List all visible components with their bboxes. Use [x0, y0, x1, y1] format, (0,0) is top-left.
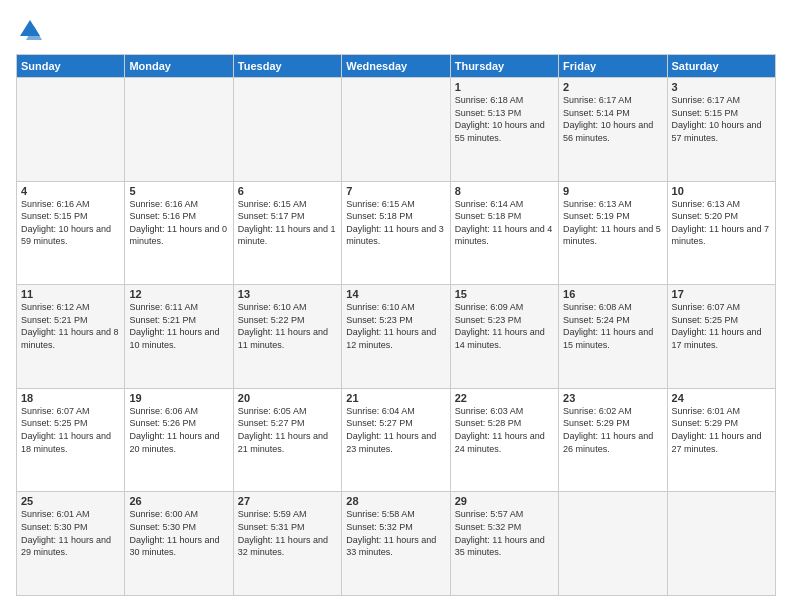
day-info: Sunrise: 6:15 AM Sunset: 5:17 PM Dayligh…: [238, 198, 337, 248]
day-info: Sunrise: 5:58 AM Sunset: 5:32 PM Dayligh…: [346, 508, 445, 558]
calendar-week-5: 25Sunrise: 6:01 AM Sunset: 5:30 PM Dayli…: [17, 492, 776, 596]
day-info: Sunrise: 6:14 AM Sunset: 5:18 PM Dayligh…: [455, 198, 554, 248]
calendar-cell-5-2: 26Sunrise: 6:00 AM Sunset: 5:30 PM Dayli…: [125, 492, 233, 596]
calendar-week-4: 18Sunrise: 6:07 AM Sunset: 5:25 PM Dayli…: [17, 388, 776, 492]
calendar-cell-1-1: [17, 78, 125, 182]
calendar-header-row: SundayMondayTuesdayWednesdayThursdayFrid…: [17, 55, 776, 78]
day-number: 28: [346, 495, 445, 507]
calendar-cell-1-7: 3Sunrise: 6:17 AM Sunset: 5:15 PM Daylig…: [667, 78, 775, 182]
day-number: 9: [563, 185, 662, 197]
day-info: Sunrise: 6:03 AM Sunset: 5:28 PM Dayligh…: [455, 405, 554, 455]
day-number: 4: [21, 185, 120, 197]
calendar-cell-2-4: 7Sunrise: 6:15 AM Sunset: 5:18 PM Daylig…: [342, 181, 450, 285]
calendar-header-monday: Monday: [125, 55, 233, 78]
calendar-cell-3-3: 13Sunrise: 6:10 AM Sunset: 5:22 PM Dayli…: [233, 285, 341, 389]
day-number: 8: [455, 185, 554, 197]
calendar-cell-5-3: 27Sunrise: 5:59 AM Sunset: 5:31 PM Dayli…: [233, 492, 341, 596]
day-number: 10: [672, 185, 771, 197]
day-number: 5: [129, 185, 228, 197]
calendar-cell-4-5: 22Sunrise: 6:03 AM Sunset: 5:28 PM Dayli…: [450, 388, 558, 492]
day-number: 3: [672, 81, 771, 93]
calendar-week-2: 4Sunrise: 6:16 AM Sunset: 5:15 PM Daylig…: [17, 181, 776, 285]
calendar-cell-1-3: [233, 78, 341, 182]
day-info: Sunrise: 6:18 AM Sunset: 5:13 PM Dayligh…: [455, 94, 554, 144]
calendar-cell-5-4: 28Sunrise: 5:58 AM Sunset: 5:32 PM Dayli…: [342, 492, 450, 596]
day-number: 16: [563, 288, 662, 300]
day-number: 26: [129, 495, 228, 507]
day-info: Sunrise: 6:12 AM Sunset: 5:21 PM Dayligh…: [21, 301, 120, 351]
calendar-cell-2-2: 5Sunrise: 6:16 AM Sunset: 5:16 PM Daylig…: [125, 181, 233, 285]
calendar-cell-3-6: 16Sunrise: 6:08 AM Sunset: 5:24 PM Dayli…: [559, 285, 667, 389]
day-info: Sunrise: 6:16 AM Sunset: 5:16 PM Dayligh…: [129, 198, 228, 248]
day-info: Sunrise: 5:59 AM Sunset: 5:31 PM Dayligh…: [238, 508, 337, 558]
calendar-cell-4-4: 21Sunrise: 6:04 AM Sunset: 5:27 PM Dayli…: [342, 388, 450, 492]
day-number: 12: [129, 288, 228, 300]
day-number: 27: [238, 495, 337, 507]
calendar-cell-2-7: 10Sunrise: 6:13 AM Sunset: 5:20 PM Dayli…: [667, 181, 775, 285]
day-number: 13: [238, 288, 337, 300]
day-number: 1: [455, 81, 554, 93]
calendar-cell-5-7: [667, 492, 775, 596]
calendar-cell-2-5: 8Sunrise: 6:14 AM Sunset: 5:18 PM Daylig…: [450, 181, 558, 285]
day-info: Sunrise: 6:09 AM Sunset: 5:23 PM Dayligh…: [455, 301, 554, 351]
page: SundayMondayTuesdayWednesdayThursdayFrid…: [0, 0, 792, 612]
day-info: Sunrise: 6:16 AM Sunset: 5:15 PM Dayligh…: [21, 198, 120, 248]
day-info: Sunrise: 6:10 AM Sunset: 5:22 PM Dayligh…: [238, 301, 337, 351]
day-number: 19: [129, 392, 228, 404]
day-number: 15: [455, 288, 554, 300]
calendar-cell-5-6: [559, 492, 667, 596]
day-info: Sunrise: 6:07 AM Sunset: 5:25 PM Dayligh…: [672, 301, 771, 351]
day-number: 14: [346, 288, 445, 300]
day-number: 23: [563, 392, 662, 404]
calendar-cell-3-4: 14Sunrise: 6:10 AM Sunset: 5:23 PM Dayli…: [342, 285, 450, 389]
calendar-cell-1-2: [125, 78, 233, 182]
day-info: Sunrise: 6:02 AM Sunset: 5:29 PM Dayligh…: [563, 405, 662, 455]
calendar-cell-4-1: 18Sunrise: 6:07 AM Sunset: 5:25 PM Dayli…: [17, 388, 125, 492]
day-info: Sunrise: 6:10 AM Sunset: 5:23 PM Dayligh…: [346, 301, 445, 351]
calendar-cell-4-3: 20Sunrise: 6:05 AM Sunset: 5:27 PM Dayli…: [233, 388, 341, 492]
day-number: 20: [238, 392, 337, 404]
day-info: Sunrise: 6:11 AM Sunset: 5:21 PM Dayligh…: [129, 301, 228, 351]
calendar-cell-1-5: 1Sunrise: 6:18 AM Sunset: 5:13 PM Daylig…: [450, 78, 558, 182]
day-info: Sunrise: 6:01 AM Sunset: 5:30 PM Dayligh…: [21, 508, 120, 558]
calendar-cell-4-2: 19Sunrise: 6:06 AM Sunset: 5:26 PM Dayli…: [125, 388, 233, 492]
day-info: Sunrise: 6:04 AM Sunset: 5:27 PM Dayligh…: [346, 405, 445, 455]
calendar-table: SundayMondayTuesdayWednesdayThursdayFrid…: [16, 54, 776, 596]
day-info: Sunrise: 6:05 AM Sunset: 5:27 PM Dayligh…: [238, 405, 337, 455]
calendar-week-1: 1Sunrise: 6:18 AM Sunset: 5:13 PM Daylig…: [17, 78, 776, 182]
day-info: Sunrise: 5:57 AM Sunset: 5:32 PM Dayligh…: [455, 508, 554, 558]
day-number: 7: [346, 185, 445, 197]
calendar-cell-2-3: 6Sunrise: 6:15 AM Sunset: 5:17 PM Daylig…: [233, 181, 341, 285]
calendar-cell-3-5: 15Sunrise: 6:09 AM Sunset: 5:23 PM Dayli…: [450, 285, 558, 389]
calendar-header-sunday: Sunday: [17, 55, 125, 78]
logo-icon: [16, 16, 44, 44]
calendar-header-saturday: Saturday: [667, 55, 775, 78]
day-number: 18: [21, 392, 120, 404]
day-number: 25: [21, 495, 120, 507]
calendar-cell-1-4: [342, 78, 450, 182]
day-info: Sunrise: 6:06 AM Sunset: 5:26 PM Dayligh…: [129, 405, 228, 455]
day-info: Sunrise: 6:00 AM Sunset: 5:30 PM Dayligh…: [129, 508, 228, 558]
header: [16, 16, 776, 44]
day-number: 2: [563, 81, 662, 93]
calendar-cell-3-7: 17Sunrise: 6:07 AM Sunset: 5:25 PM Dayli…: [667, 285, 775, 389]
calendar-cell-3-2: 12Sunrise: 6:11 AM Sunset: 5:21 PM Dayli…: [125, 285, 233, 389]
day-info: Sunrise: 6:08 AM Sunset: 5:24 PM Dayligh…: [563, 301, 662, 351]
calendar-cell-5-5: 29Sunrise: 5:57 AM Sunset: 5:32 PM Dayli…: [450, 492, 558, 596]
day-number: 29: [455, 495, 554, 507]
calendar-week-3: 11Sunrise: 6:12 AM Sunset: 5:21 PM Dayli…: [17, 285, 776, 389]
calendar-header-friday: Friday: [559, 55, 667, 78]
day-number: 21: [346, 392, 445, 404]
day-number: 11: [21, 288, 120, 300]
calendar-header-thursday: Thursday: [450, 55, 558, 78]
calendar-cell-4-7: 24Sunrise: 6:01 AM Sunset: 5:29 PM Dayli…: [667, 388, 775, 492]
calendar-header-tuesday: Tuesday: [233, 55, 341, 78]
day-info: Sunrise: 6:17 AM Sunset: 5:14 PM Dayligh…: [563, 94, 662, 144]
calendar-cell-3-1: 11Sunrise: 6:12 AM Sunset: 5:21 PM Dayli…: [17, 285, 125, 389]
day-info: Sunrise: 6:07 AM Sunset: 5:25 PM Dayligh…: [21, 405, 120, 455]
day-info: Sunrise: 6:17 AM Sunset: 5:15 PM Dayligh…: [672, 94, 771, 144]
day-info: Sunrise: 6:13 AM Sunset: 5:19 PM Dayligh…: [563, 198, 662, 248]
logo: [16, 16, 48, 44]
calendar-cell-2-1: 4Sunrise: 6:16 AM Sunset: 5:15 PM Daylig…: [17, 181, 125, 285]
day-number: 22: [455, 392, 554, 404]
